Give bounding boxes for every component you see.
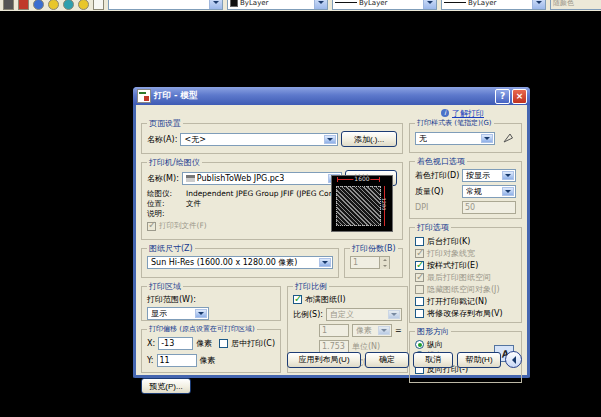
paper-size-group: 图纸尺寸(Z) Sun Hi-Res (1600.00 x 1280.00 像素… [141, 248, 339, 278]
chevron-down-icon[interactable] [314, 0, 327, 9]
color-combo[interactable]: ByLayer [227, 0, 328, 10]
chevron-down-icon[interactable] [324, 135, 336, 144]
shade-plot-value: 按显示 [466, 170, 490, 181]
page-setup-group: 页面设置 名称(A): <无> 添加(.)... [141, 123, 403, 154]
plot-offset-title: 打印偏移 (原点设置在可打印区域) [147, 325, 257, 334]
chevron-down-icon[interactable] [195, 309, 207, 318]
chevron-down-icon[interactable] [481, 134, 493, 143]
learn-plot-link[interactable]: 了解打印 [452, 108, 484, 119]
shade-plot-label: 着色打印(D) [415, 170, 459, 181]
equals-sign: = [395, 326, 402, 335]
cancel-button[interactable]: 取消 [413, 352, 453, 368]
color-combo-value: ByLayer [240, 0, 268, 7]
help-dialog-button[interactable]: 帮助(H) [457, 352, 501, 368]
plot-options-title: 打印选项 [415, 223, 451, 232]
close-icon[interactable]: × [512, 89, 527, 104]
shaded-viewport-group: 着色视口选项 着色打印(D) 按显示 质量(Q) 常规 [409, 161, 522, 219]
chevron-down-icon[interactable] [319, 258, 331, 267]
layer-combo[interactable] [108, 0, 223, 10]
quality-value: 常规 [466, 186, 482, 197]
quality-combo[interactable]: 常规 [462, 185, 516, 198]
plot-to-file-label: 打印到文件(F) [159, 221, 207, 231]
shaded-viewport-title: 着色视口选项 [415, 157, 467, 166]
printer-group: 打印机/绘图仪 名称(M): PublishToWeb JPG.pc3 特性(R… [141, 162, 403, 240]
plot-option-row[interactable]: 后台打印(K) [415, 235, 516, 247]
plot-lineweights-checkbox [415, 249, 424, 258]
portrait-radio[interactable] [415, 340, 424, 349]
chevron-down-icon[interactable] [502, 187, 514, 196]
printer-name-combo[interactable]: PublishToWeb JPG.pc3 [182, 172, 342, 185]
copies-group: 打印份数(B) 1 [344, 248, 403, 278]
save-changes-to-layout-checkbox[interactable] [415, 309, 424, 318]
lineweight-combo-value: ByLayer [468, 0, 496, 7]
plot-option-row[interactable]: 将修改保存到布局(V) [415, 307, 516, 319]
shade-plot-combo[interactable]: 按显示 [462, 169, 516, 182]
plot-to-file-checkbox [147, 222, 156, 231]
layer-tool-icon[interactable] [48, 0, 59, 10]
portrait-label: 纵向 [427, 339, 443, 350]
printer-name-value: PublishToWeb JPG.pc3 [197, 174, 284, 183]
dpi-value: 50 [465, 203, 475, 212]
custom-scale-value-2: 1.753 [322, 342, 345, 351]
center-plot-label: 居中打印(C) [231, 338, 275, 349]
lineweight-combo[interactable]: ByLayer [441, 0, 546, 10]
chevron-down-icon[interactable] [209, 0, 222, 9]
apply-to-layout-button[interactable]: 应用到布局(U) [287, 352, 361, 368]
paper-size-title: 图纸尺寸(Z) [147, 244, 195, 253]
layer-tool-icon[interactable] [33, 0, 44, 10]
plot-range-combo[interactable]: 显示 [147, 307, 209, 320]
plot-option-row[interactable]: 打开打印戳记(N) [415, 295, 516, 307]
fit-to-paper-checkbox[interactable] [293, 295, 302, 304]
printer-group-title: 打印机/绘图仪 [147, 158, 202, 167]
dialog-body: i 了解打印 页面设置 名称(A): <无> 添加(.)... [136, 105, 527, 375]
dpi-label: DPI [415, 203, 459, 212]
page-setup-name-value: <无> [184, 134, 205, 145]
plot-style-combo-value: 随颜色 [553, 0, 574, 8]
offset-x-unit: 像素 [196, 338, 212, 349]
edit-plot-style-button[interactable] [500, 131, 516, 145]
plot-area-group: 打印区域 打印范围(W): 显示 [141, 286, 281, 321]
paper-size-combo[interactable]: Sun Hi-Res (1600.00 x 1280.00 像素) [147, 256, 333, 269]
hide-paperspace-objects-checkbox [415, 285, 424, 294]
plot-style-table-combo[interactable]: 无 [415, 132, 495, 145]
lineweight-sample-icon [444, 2, 466, 3]
offset-x-field[interactable]: -13 [158, 337, 193, 350]
plot-option-label: 隐藏图纸空间对象(J) [427, 284, 500, 295]
scale-value: 自定义 [330, 309, 354, 320]
linetype-combo-value: ByLayer [359, 0, 387, 7]
plot-with-styles-checkbox[interactable] [415, 261, 424, 270]
chevron-down-icon[interactable] [423, 0, 436, 9]
dialog-title: 打印 - 模型 [154, 90, 493, 102]
page-setup-title: 页面设置 [147, 119, 183, 128]
add-page-setup-button[interactable]: 添加(.)... [341, 131, 397, 147]
layer-tool-icon[interactable] [93, 0, 104, 10]
tool-icon[interactable] [18, 0, 29, 10]
background-plot-checkbox[interactable] [415, 237, 424, 246]
tool-icon[interactable] [3, 0, 14, 10]
linetype-combo[interactable]: ByLayer [332, 0, 437, 10]
paper-size-value: Sun Hi-Res (1600.00 x 1280.00 像素) [151, 257, 298, 268]
plot-area-title: 打印区域 [147, 282, 183, 291]
chevron-down-icon[interactable] [532, 0, 545, 9]
plot-option-row[interactable]: 按样式打印(E) [415, 259, 516, 271]
plot-option-label: 打开打印戳记(N) [427, 296, 487, 307]
fewer-options-button[interactable] [505, 351, 522, 368]
ok-button[interactable]: 确定 [365, 352, 409, 368]
plot-option-row: 隐藏图纸空间对象(J) [415, 283, 516, 295]
center-plot-checkbox[interactable] [219, 339, 228, 348]
printable-area-hatch [336, 186, 381, 226]
offset-x-value: -13 [161, 339, 174, 348]
offset-y-field[interactable]: 11 [157, 354, 197, 367]
plot-stamp-checkbox[interactable] [415, 297, 424, 306]
layer-tool-icon[interactable] [78, 0, 89, 10]
portrait-option[interactable]: 纵向 [415, 339, 491, 350]
plot-option-row: 打印对象线宽 [415, 247, 516, 259]
dialog-titlebar[interactable]: 打印 - 模型 ? × [133, 87, 530, 105]
plot-option-label: 后台打印(K) [427, 236, 471, 247]
layer-tool-icon[interactable] [63, 0, 74, 10]
dpi-field: 50 [462, 201, 516, 214]
preview-button[interactable]: 预览(P)... [141, 378, 191, 394]
help-button[interactable]: ? [495, 89, 510, 104]
chevron-down-icon[interactable] [502, 171, 514, 180]
page-setup-name-combo[interactable]: <无> [180, 133, 338, 146]
